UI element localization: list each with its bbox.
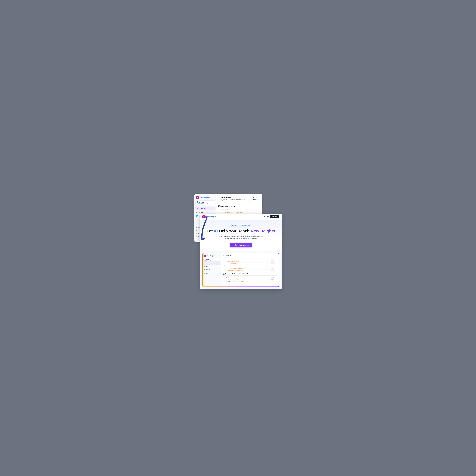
preview-pers-row-0-checkbox[interactable] <box>224 279 225 280</box>
preview-gen-row-2-delete[interactable]: Delete <box>271 265 277 267</box>
fg-header-nav: Free tools My Space <box>263 215 279 218</box>
preview-nav-ai-runner[interactable]: 🏃 AI Runner <box>203 262 221 265</box>
preview-pers-row-0-star[interactable]: ☆ <box>226 279 228 280</box>
fg-preview: K knowledg.io 👤 My Space <box>200 251 282 289</box>
fg-hero-title-part2: Help You Reach <box>218 229 251 233</box>
bg-sidebar-logo: K knowledg.io <box>194 196 216 201</box>
preview-gen-row-2-star[interactable]: ☆ <box>226 265 228 267</box>
bg-nav-si-icon: 📄 <box>196 236 197 237</box>
preview-gen-row-0-star[interactable]: ☆ <box>226 261 228 262</box>
preview-gen-row-2-checkbox[interactable] <box>224 266 225 267</box>
preview-pers-h-name: Name <box>228 277 270 278</box>
bg-row-star[interactable]: ☆ <box>222 212 224 213</box>
preview-section-general: ✦ General ✎ ★ Name Actions <box>223 255 277 272</box>
bg-header-star: ★ <box>222 209 224 210</box>
fg-window: K knowledg.io Free tools My Space knowle… <box>200 214 282 289</box>
preview-workspace-selector[interactable]: 👤 My Space ✎ u3JyabnaBH6eXVivRV5h ▾ <box>204 258 220 261</box>
bg-nav-templates-icon: 🔷 <box>196 211 198 213</box>
bg-nav-pl-icon: 💳 <box>196 233 197 234</box>
preview-gen-row-3: ☆ ❓ Ask Questions About a Document Delet… <box>223 267 277 270</box>
preview-gen-row-4-name: 🟠 Summarize Uploaded Content <box>228 270 270 271</box>
preview-gen-row-4-text: Summarize Uploaded Content <box>230 270 243 271</box>
bg-main-header: 🏃 AI Runner Define AI fields for your da… <box>218 196 260 203</box>
show-templates-button[interactable]: Show Templates <box>248 196 260 201</box>
bg-nav-ai-runner-icon: 🏃 <box>197 207 199 209</box>
preview-gen-row-0-delete[interactable]: Delete <box>271 261 277 262</box>
preview-pers-row-1-delete[interactable]: Delete <box>271 281 277 282</box>
bg-nav-buckets-icon: 🪣 <box>196 215 198 217</box>
fg-free-tools-link[interactable]: Free tools <box>263 216 269 217</box>
fg-my-space-button[interactable]: My Space <box>270 215 279 218</box>
preview-section-personal: 👤 Personal & Professional Assistance ✎ ★… <box>223 273 277 283</box>
use-workspace-label: Use this workspace <box>235 244 249 246</box>
preview-gen-row-0-text: Response as Persona <box>230 261 239 262</box>
preview-pers-row-0-delete[interactable]: Delete <box>271 279 277 280</box>
preview-section-personal-title: 👤 Personal & Professional Assistance ✎ <box>223 273 277 275</box>
preview-gen-h-name: Name <box>228 259 270 260</box>
preview-nav-ai-templates-label: AI Templates <box>206 266 212 267</box>
preview-pers-row-1: ☆ ✂️ Enhance Your Resume and CV Delete <box>223 281 277 283</box>
preview-gen-row-4-checkbox[interactable] <box>224 270 225 271</box>
preview-pers-row-1-name: ✂️ Enhance Your Resume and CV <box>228 281 270 282</box>
preview-pers-row-1-text: Enhance Your Resume and CV <box>230 281 243 282</box>
bg-workspace-selector[interactable]: 👤 My Space ✎ U3JyabnaBH6eXVivRV5h ▾ <box>195 201 214 205</box>
bg-row-checkbox[interactable] <box>219 212 220 213</box>
fg-hero-title-heights: New Heights <box>251 229 275 233</box>
bg-nav-ai-runner[interactable]: 🏃 AI Runner <box>195 206 215 210</box>
preview-pers-row-0-text: Job Match Analyst <box>230 279 238 280</box>
preview-main: ✦ General ✎ ★ Name Actions <box>221 254 279 287</box>
preview-nav-ai-runner-label: AI Runner <box>207 263 212 265</box>
preview-gen-row-3-text: Ask Questions About a Document <box>230 268 244 269</box>
preview-nav-ai-templates-icon: 🤖 <box>204 266 205 268</box>
preview-ws-chevron: ▾ <box>219 259 220 261</box>
preview-gen-row-4-icon: 🟠 <box>228 270 230 271</box>
bg-workspace-name: 👤 My Space ✎ <box>197 201 208 203</box>
preview-gen-row-1-text: Receipt Parser <box>230 263 236 264</box>
preview-sidebar-logo: K knowledg.io <box>203 255 221 258</box>
preview-nav-ai-templates[interactable]: 🤖 AI Templates <box>203 265 221 268</box>
preview-gen-row-1-star[interactable]: ☆ <box>226 263 228 264</box>
preview-ws-info: 👤 My Space ✎ u3JyabnaBH6eXVivRV5h <box>204 259 213 261</box>
bg-header-name: Name <box>225 209 259 210</box>
bg-row-name: ✳️ Generate 10 Stunning Logos <box>225 212 259 213</box>
preview-pers-row-1-checkbox[interactable] <box>224 281 225 282</box>
preview-card-border: K knowledg.io 👤 My Space <box>203 253 279 287</box>
fg-hero-title: Let AI Help You Reach New Heights <box>203 229 279 233</box>
preview-sidebar: K knowledg.io 👤 My Space <box>203 254 221 287</box>
preview-gen-row-1: ☆ 📥 Receipt Parser Delete <box>223 262 277 265</box>
bg-header-checkbox <box>219 209 220 210</box>
preview-pers-h-check <box>224 277 225 278</box>
use-workspace-button[interactable]: ✦ Use this workspace <box>230 243 252 247</box>
preview-gen-row-3-delete[interactable]: Delete <box>271 268 277 269</box>
bg-nav-templates[interactable]: 🔷 Templates <box>194 210 216 214</box>
bg-main-subtitle: Define AI fields for your data and run a… <box>221 199 248 202</box>
preview-gen-row-0-checkbox[interactable] <box>224 261 225 262</box>
preview-personal-title-text: 👤 Personal & Professional Assistance <box>223 273 247 275</box>
preview-gen-row-1-delete[interactable]: Delete <box>271 263 277 264</box>
preview-gen-row-3-star[interactable]: ☆ <box>226 268 228 269</box>
preview-logo-icon: K <box>204 255 206 257</box>
preview-gen-row-4: ☆ 🟠 Summarize Uploaded Content Delete <box>223 270 277 272</box>
preview-gen-h-actions: Actions <box>271 259 277 260</box>
preview-pers-h-star: ★ <box>226 277 228 278</box>
bg-workspace-chevron: ▾ <box>213 202 213 204</box>
preview-gen-row-4-delete[interactable]: Delete <box>271 270 277 271</box>
preview-sidebar-bottom: ⚙️ Admin <box>203 272 221 275</box>
bg-nav-templates-label: Templates <box>199 211 205 213</box>
preview-nav-buckets[interactable]: 🪣 Buckets <box>203 268 221 271</box>
preview-admin[interactable]: ⚙️ Admin <box>203 272 221 275</box>
fg-hero-title-ai: AI <box>214 229 218 233</box>
fg-logo-icon: K <box>203 215 205 218</box>
preview-gen-row-1-icon: 📥 <box>228 263 230 264</box>
preview-gen-row-1-checkbox[interactable] <box>224 263 225 264</box>
bg-section-image-gen-title: 🖼 Image generation ✎ <box>218 205 260 207</box>
preview-pers-row-1-star[interactable]: ☆ <box>226 281 228 282</box>
preview-card-inner: K knowledg.io 👤 My Space <box>203 254 279 287</box>
preview-gen-row-4-star[interactable]: ☆ <box>226 270 228 271</box>
logo-text: knowledg.io <box>200 196 210 198</box>
bg-row-text: Generate 10 Stunning Logos <box>227 212 243 213</box>
bg-nav-wo-icon: ⚙️ <box>196 229 197 231</box>
preview-gen-row-3-checkbox[interactable] <box>224 268 225 269</box>
preview-ws-name: 👤 My Space ✎ <box>204 259 213 260</box>
bg-main-title-text: AI Runner <box>221 196 248 199</box>
